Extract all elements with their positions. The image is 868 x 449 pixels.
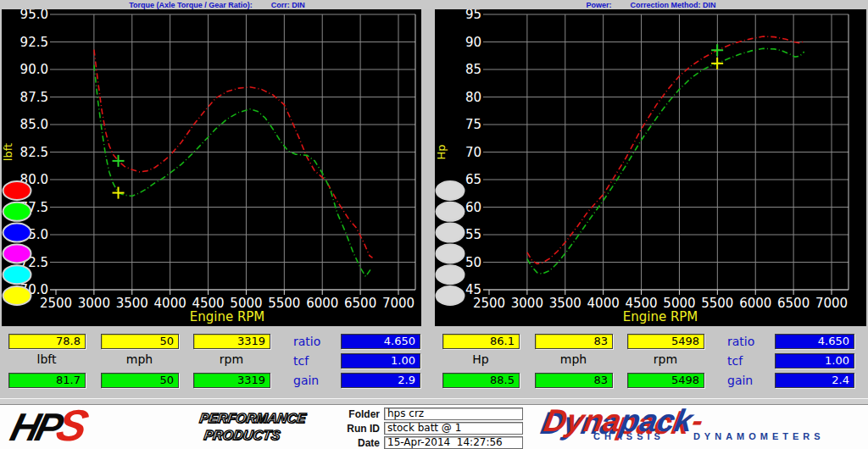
ratio-value: 4.650 bbox=[341, 334, 420, 349]
x-tick-label: 6000 bbox=[306, 296, 338, 311]
power-cursor-green-value: 88.5 bbox=[442, 373, 520, 388]
channel-button-2[interactable] bbox=[3, 202, 31, 221]
x-tick-label: 6500 bbox=[777, 296, 810, 311]
power-chart-header: Power: Correction Method: DIN bbox=[434, 0, 868, 9]
torque-cursor-yellow-value: 78.8 bbox=[8, 334, 86, 349]
rpm-cursor-green-value: 3319 bbox=[193, 373, 270, 388]
cursor-marker-0[interactable] bbox=[711, 44, 723, 56]
x-tick-label: 7000 bbox=[382, 296, 415, 311]
torque-chart-panel[interactable]: 95.092.590.087.585.082.580.077.575.072.5… bbox=[2, 9, 421, 326]
run-id-field[interactable]: stock batt @ 1 bbox=[384, 422, 523, 435]
channel-button-5[interactable] bbox=[3, 265, 31, 284]
Hp-chart-canvas[interactable]: 9590858075706560555045250030003500400045… bbox=[435, 9, 866, 326]
x-tick-label: 3000 bbox=[78, 296, 110, 311]
channel-button-4[interactable] bbox=[437, 244, 465, 263]
hps-logo: HPS bbox=[7, 407, 92, 446]
y-tick-label: 60 bbox=[465, 200, 481, 215]
power-readout-table: 86.1 83 5498 Hp mph rpm 88.5 83 5498 rat… bbox=[434, 326, 868, 398]
speed-unit-label: mph bbox=[101, 352, 178, 366]
lbft-chart-canvas[interactable]: 95.092.590.087.585.082.580.077.575.072.5… bbox=[2, 9, 421, 326]
gain-value: 2.4 bbox=[775, 373, 854, 388]
cursor-marker-1[interactable] bbox=[711, 58, 723, 69]
power-unit-label: Hp bbox=[442, 352, 519, 366]
date-row: Date 15-Apr-2014 14:27:56 bbox=[336, 436, 523, 449]
x-axis-title: Engine RPM bbox=[190, 309, 265, 324]
x-tick-label: 4000 bbox=[154, 296, 186, 311]
power-chart-title: Power: bbox=[586, 1, 611, 9]
dynapack-wordmark: Dynapack- bbox=[542, 405, 827, 437]
gain-label: gain bbox=[727, 374, 753, 387]
tcf-value: 1.00 bbox=[341, 353, 420, 369]
y-tick-label: 95.0 bbox=[20, 9, 48, 22]
channel-button-2[interactable] bbox=[437, 202, 465, 221]
x-tick-label: 5500 bbox=[268, 296, 300, 311]
run-id-row: Run ID stock batt @ 1 bbox=[336, 422, 523, 435]
ratio-value: 4.650 bbox=[775, 334, 854, 349]
x-tick-label: 2500 bbox=[40, 296, 72, 311]
torque-unit-label: lbft bbox=[8, 352, 85, 366]
x-axis-title: Engine RPM bbox=[623, 309, 698, 324]
channel-button-6[interactable] bbox=[437, 286, 465, 305]
hps-logo-words: PERFORMANCE PRODUCTS bbox=[196, 410, 307, 444]
torque-chart-header: Torque (Axle Torque / Gear Ratio): Corr:… bbox=[0, 0, 434, 9]
rpm-cursor-yellow-value: 5498 bbox=[627, 334, 704, 349]
speed-cursor-green-value: 83 bbox=[535, 373, 613, 388]
tcf-label: tcf bbox=[293, 354, 309, 368]
y-tick-label: 90 bbox=[465, 35, 481, 50]
dynapack-logo: Dynapack- CHASSIS DYNAMOMETERS bbox=[544, 405, 825, 441]
readout-tables: 78.8 50 3319 lbft mph rpm 81.7 50 3319 r… bbox=[0, 326, 868, 398]
y-tick-label: 90.0 bbox=[20, 62, 48, 77]
gain-label: gain bbox=[293, 374, 319, 387]
y-tick-label: 65 bbox=[465, 172, 481, 187]
footer-bar: HPS PERFORMANCE PRODUCTS Folder hps crz … bbox=[0, 405, 868, 449]
rpm-unit-label: rpm bbox=[193, 352, 270, 366]
y-tick-label: 82.5 bbox=[20, 145, 48, 160]
torque-cursor-green-value: 81.7 bbox=[8, 373, 86, 388]
torque-chart-title: Torque (Axle Torque / Gear Ratio): bbox=[129, 1, 253, 9]
folder-row: Folder hps crz bbox=[336, 407, 523, 420]
x-tick-label: 6000 bbox=[739, 296, 771, 311]
rpm-unit-label: rpm bbox=[627, 352, 704, 366]
Hp-curve-green-run bbox=[527, 48, 804, 274]
channel-button-3[interactable] bbox=[437, 224, 465, 242]
channel-button-5[interactable] bbox=[437, 265, 465, 284]
x-tick-label: 4000 bbox=[587, 296, 620, 311]
speed-cursor-yellow-value: 50 bbox=[101, 334, 179, 349]
run-info-group: Folder hps crz Run ID stock batt @ 1 Dat… bbox=[336, 407, 523, 449]
folder-label: Folder bbox=[336, 408, 380, 420]
speed-unit-label: mph bbox=[535, 352, 612, 366]
gain-value: 2.9 bbox=[341, 373, 420, 388]
torque-correction-label: Corr: DIN bbox=[271, 1, 305, 9]
y-tick-label: 92.5 bbox=[20, 35, 48, 50]
x-tick-label: 3000 bbox=[511, 296, 543, 311]
power-correction-label: Correction Method: DIN bbox=[631, 1, 716, 9]
channel-button-1[interactable] bbox=[3, 181, 31, 200]
lbft-curve-red-run bbox=[94, 50, 373, 258]
channel-button-6[interactable] bbox=[3, 286, 31, 305]
ratio-label: ratio bbox=[293, 335, 320, 348]
y-tick-label: 55 bbox=[465, 227, 481, 242]
date-field[interactable]: 15-Apr-2014 14:27:56 bbox=[384, 436, 523, 449]
channel-button-1[interactable] bbox=[437, 181, 465, 200]
power-cursor-yellow-value: 86.1 bbox=[442, 334, 520, 349]
run-id-label: Run ID bbox=[336, 423, 380, 435]
channel-button-4[interactable] bbox=[3, 244, 31, 263]
y-tick-label: 50 bbox=[465, 255, 481, 270]
channel-button-3[interactable] bbox=[3, 224, 31, 242]
x-tick-label: 3500 bbox=[549, 296, 581, 311]
hps-performance-text: PERFORMANCE bbox=[198, 410, 307, 427]
cursor-marker-1[interactable] bbox=[113, 187, 125, 199]
y-tick-label: 75 bbox=[465, 117, 481, 132]
y-tick-label: 85.0 bbox=[20, 117, 48, 132]
y-tick-label: 87.5 bbox=[20, 90, 48, 105]
x-tick-label: 6500 bbox=[344, 296, 376, 311]
power-chart-panel[interactable]: 9590858075706560555045250030003500400045… bbox=[435, 9, 866, 326]
folder-field[interactable]: hps crz bbox=[384, 407, 523, 420]
y-axis-title: Hp bbox=[435, 144, 448, 159]
y-tick-label: 85 bbox=[465, 62, 481, 77]
y-tick-label: 95 bbox=[465, 9, 481, 22]
torque-readout-table: 78.8 50 3319 lbft mph rpm 81.7 50 3319 r… bbox=[0, 326, 434, 398]
rpm-cursor-green-value: 5498 bbox=[627, 373, 704, 388]
y-axis-title: lbft bbox=[2, 143, 14, 161]
rpm-cursor-yellow-value: 3319 bbox=[193, 334, 270, 349]
